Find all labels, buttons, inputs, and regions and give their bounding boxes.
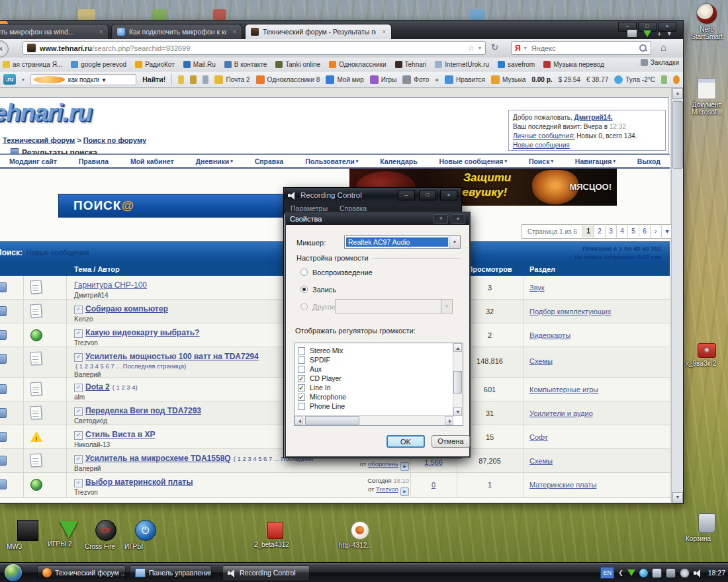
bookmark-item[interactable]: ая страница Я... [3, 61, 62, 68]
scrollbar-thumb[interactable] [305, 416, 359, 425]
list-item[interactable]: ✓Stereo Mix [298, 346, 343, 355]
site-logo[interactable]: tehnari.ru [0, 99, 92, 127]
taskbar-button-recording-control[interactable]: Recording Control [222, 565, 310, 580]
section-link[interactable]: Звук [529, 284, 545, 292]
list-vertical-scrollbar[interactable] [453, 343, 463, 416]
desktop-icon-nero[interactable]: Nero StartSmart [686, 4, 728, 24]
search-box[interactable]: Я ▾ [511, 41, 651, 55]
checkbox[interactable]: ✓ [298, 356, 305, 364]
section-link[interactable]: Материнские платы [529, 481, 596, 489]
scroll-down-icon[interactable] [453, 407, 462, 416]
tab-close-icon[interactable]: × [233, 28, 236, 35]
notes-icon[interactable] [203, 75, 209, 84]
list-horizontal-scrollbar[interactable] [295, 415, 453, 425]
desktop-icon-games2[interactable]: ИГРЫ 2 [48, 520, 90, 538]
menu-item[interactable]: Календарь [380, 157, 417, 165]
topic-link[interactable]: Стиль Виста в XP [85, 430, 156, 439]
page-number[interactable]: 6 [639, 226, 650, 237]
bookmark-item[interactable]: Mail.Ru [183, 61, 216, 68]
weather-item[interactable]: Тула -2°C [614, 75, 655, 84]
desktop-icon-http[interactable]: http-4312... [339, 520, 381, 540]
go-first-unread-icon[interactable]: ✓ [74, 455, 83, 464]
photo-item[interactable]: Фото [402, 75, 429, 84]
volume-controls-list[interactable]: ✓Stereo Mix ✓SPDIF ✓Aux ✓CD Player ✓Line… [294, 343, 463, 426]
network-tray-icon[interactable] [666, 568, 676, 578]
page-number[interactable]: 5 [627, 226, 639, 237]
tray-expand-icon[interactable]: ❮ [618, 569, 623, 576]
go-first-unread-icon[interactable]: ✓ [74, 479, 83, 487]
dropdown-icon[interactable]: ▾ [22, 77, 24, 83]
topic-link[interactable]: Dota 2 [85, 382, 110, 392]
scroll-right-icon[interactable] [445, 416, 453, 425]
checkbox[interactable]: ✓ [298, 366, 305, 373]
topic-link[interactable]: Переделка Веги под TDA7293 [85, 406, 201, 415]
services-icon[interactable] [673, 75, 680, 84]
pm-link[interactable]: Личные сообщения: [513, 132, 574, 140]
radio-record[interactable] [300, 286, 308, 293]
reload-icon[interactable]: ↻ [491, 42, 498, 52]
url-dropdown-icon[interactable]: ▾ [478, 45, 481, 51]
section-link[interactable]: Подбор комплектующих [529, 308, 611, 315]
go-last-post-icon[interactable]: ▶ [400, 462, 409, 471]
menu-item[interactable]: Навигация▾ [575, 157, 615, 165]
bookmark-item[interactable]: savefrom [498, 61, 535, 68]
scroll-up-icon[interactable]: ▲ [672, 88, 683, 99]
section-link[interactable]: Видеокарты [529, 331, 570, 339]
mixer-device-select[interactable]: Realtek AC97 Audio ▾ [344, 235, 461, 249]
language-indicator[interactable]: EN [600, 567, 614, 579]
security-tray-icon[interactable] [680, 568, 690, 578]
tab-close-icon[interactable]: × [383, 28, 386, 35]
bookmark-item[interactable]: InternetUrok.ru [435, 61, 489, 68]
page-number[interactable]: 1 [582, 226, 594, 237]
yandex-bar-logo[interactable]: .ru [3, 74, 16, 85]
list-item[interactable]: ✓Phone Line [298, 401, 345, 411]
breadcrumb-link[interactable]: Технический форум [3, 136, 75, 144]
tab-close-icon[interactable]: × [99, 28, 103, 35]
maximize-button[interactable]: □ [419, 190, 436, 200]
menu-item[interactable]: Поиск▾ [529, 157, 553, 165]
page-number[interactable]: 2 [594, 226, 605, 237]
cancel-button[interactable]: Отмена [432, 435, 470, 448]
download-tray-icon[interactable] [627, 569, 635, 576]
menu-item[interactable]: Мой кабинет [130, 157, 174, 165]
taskbar-button-control-panel[interactable]: Панель управления [130, 565, 212, 580]
scroll-up-icon[interactable] [453, 343, 462, 352]
like-item[interactable]: Нравится [445, 75, 485, 84]
bookmarks-menu-button[interactable]: Закладки [637, 59, 679, 66]
messenger-tray-icon[interactable] [639, 569, 648, 577]
url-bar[interactable]: www.tehnari.ru/search.php?searchid=93269… [23, 41, 486, 55]
taskbar-button-firefox[interactable]: Технический форум ... [37, 565, 126, 580]
help-button[interactable]: ? [433, 214, 448, 224]
combo-dropdown-icon[interactable]: ▾ [449, 236, 460, 248]
menu-item[interactable]: Выход [637, 157, 660, 165]
menu-item[interactable]: Дневники▾ [196, 157, 233, 165]
desktop-icon-beta[interactable]: 2_beta4312 [254, 520, 296, 539]
checkbox[interactable]: ✓ [298, 403, 305, 410]
home-icon[interactable]: ⌂ [660, 42, 666, 53]
section-link[interactable]: Схемы [529, 357, 553, 365]
last-post-user-link[interactable]: оборотень [368, 460, 398, 468]
scroll-left-icon[interactable] [295, 416, 303, 425]
next-page-icon[interactable]: › [650, 226, 661, 237]
last-post-user-link[interactable]: Trezvon [376, 485, 398, 493]
toolbar-search-combo[interactable]: как подключить микрофон ▾ [30, 74, 136, 85]
games-item[interactable]: Игры [370, 75, 397, 84]
search-banner[interactable]: ПОИСК @ [58, 194, 290, 218]
list-item[interactable]: ✓Microphone [298, 392, 346, 401]
list-item[interactable]: ✓Line In [298, 383, 331, 392]
new-tab-icon[interactable]: + [657, 30, 661, 38]
checkbox[interactable]: ✓ [298, 347, 305, 354]
tab-list-dropdown-icon[interactable]: ▾ [667, 29, 671, 38]
checkbox[interactable]: ✓ [298, 394, 305, 401]
replies-count-link[interactable]: 1,566 [410, 458, 457, 466]
bookmark-item[interactable]: Tanki online [275, 61, 320, 68]
moymir-item[interactable]: Мой мир [326, 75, 363, 84]
tab-1[interactable]: дключить микрофон на wind... × [0, 24, 109, 39]
ok-button[interactable]: OK [387, 435, 425, 448]
section-link[interactable]: Софт [529, 433, 548, 441]
more-chevrons[interactable]: » [435, 76, 439, 83]
breadcrumb-link[interactable]: Поиск по форуму [83, 136, 146, 144]
menu-item[interactable]: Новые сообщения▾ [439, 157, 507, 165]
replies-count-link[interactable]: 0 [410, 481, 457, 489]
list-item[interactable]: ✓SPDIF [298, 355, 330, 364]
